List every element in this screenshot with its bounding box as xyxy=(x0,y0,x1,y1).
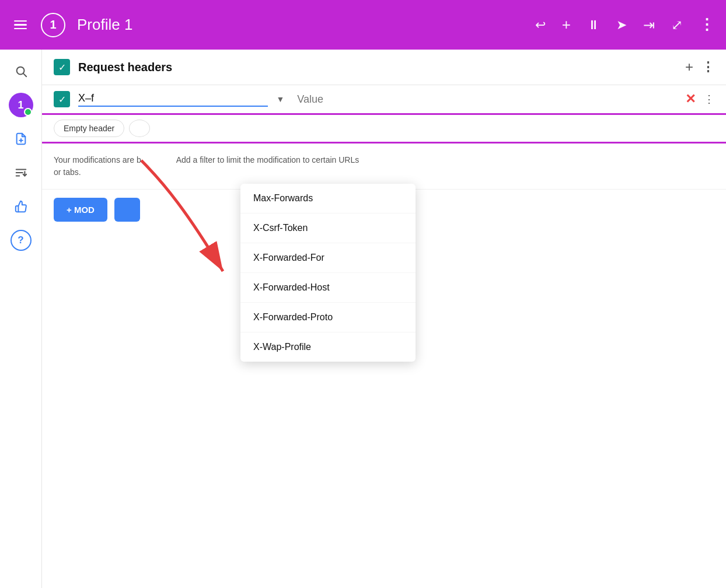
profile-badge: 1 xyxy=(41,13,65,37)
header-name-input[interactable] xyxy=(78,92,268,107)
add-doc-icon xyxy=(15,132,27,145)
row-checkbox[interactable]: ✓ xyxy=(54,91,70,107)
info-text-area: Your modifications are b or tabs. Add a … xyxy=(42,144,726,190)
dropdown-item-x-forwarded-proto[interactable]: X-Forwarded-Proto xyxy=(240,303,416,332)
signin-button[interactable]: ⇥ xyxy=(643,17,655,33)
section-header: ✓ Request headers + ⋮ xyxy=(42,50,726,85)
autocomplete-dropdown: Max-Forwards X-Csrf-Token X-Forwarded-Fo… xyxy=(240,184,416,362)
info-line: Your modifications are b or tabs. xyxy=(54,154,141,178)
section-actions: + ⋮ xyxy=(685,59,714,75)
undo-button[interactable]: ↩ xyxy=(535,18,546,33)
dropdown-item-x-wap-profile[interactable]: X-Wap-Profile xyxy=(240,332,416,362)
dropdown-arrow-icon[interactable]: ▼ xyxy=(276,94,284,104)
sidebar-item-sort[interactable] xyxy=(6,158,36,187)
add-header-button[interactable]: + xyxy=(685,59,693,75)
svg-line-1 xyxy=(23,74,26,76)
tab-row: Empty header xyxy=(42,115,726,144)
more-options-button[interactable]: ⋮ xyxy=(699,16,714,34)
expand-button[interactable]: ⤢ xyxy=(671,17,683,33)
active-indicator xyxy=(24,108,32,116)
sidebar-item-search[interactable] xyxy=(6,57,36,86)
section-checkbox[interactable]: ✓ xyxy=(54,59,70,75)
section-more-button[interactable]: ⋮ xyxy=(701,60,714,75)
sidebar-item-help[interactable]: ? xyxy=(6,226,36,255)
second-action-button[interactable] xyxy=(114,198,140,222)
search-icon xyxy=(15,65,27,78)
top-bar: 1 Profile 1 ↩ + ⏸ ➤ ⇥ ⤢ ⋮ xyxy=(0,0,726,50)
forward-button[interactable]: ➤ xyxy=(616,18,627,33)
sidebar-item-profile[interactable]: 1 xyxy=(6,90,36,120)
dropdown-item-x-forwarded-for[interactable]: X-Forwarded-For xyxy=(240,243,416,273)
help-circle: ? xyxy=(11,230,32,251)
remove-header-button[interactable]: ✕ xyxy=(685,92,696,107)
profile-title: Profile 1 xyxy=(77,16,523,34)
thumbsup-icon xyxy=(15,200,27,213)
header-row: ✓ ▼ ✕ ⋮ xyxy=(42,85,726,115)
dropdown-item-x-forwarded-host[interactable]: X-Forwarded-Host xyxy=(240,273,416,303)
content-area: ✓ Request headers + ⋮ ✓ ▼ ✕ ⋮ Empty head… xyxy=(42,50,726,588)
row-more-button[interactable]: ⋮ xyxy=(704,93,714,106)
add-button[interactable]: + xyxy=(562,16,571,34)
add-mod-button[interactable]: + MOD xyxy=(54,198,107,222)
second-tab[interactable] xyxy=(129,120,150,137)
hamburger-button[interactable] xyxy=(12,18,29,32)
section-title: Request headers xyxy=(78,61,677,74)
main-layout: 1 ? ✓ Request headers xyxy=(0,50,726,588)
sidebar-item-add-doc[interactable] xyxy=(6,124,36,153)
top-bar-actions: ↩ + ⏸ ➤ ⇥ ⤢ ⋮ xyxy=(535,16,714,34)
dropdown-item-x-csrf-token[interactable]: X-Csrf-Token xyxy=(240,214,416,243)
sidebar: 1 ? xyxy=(0,50,42,588)
dropdown-item-max-forwards[interactable]: Max-Forwards xyxy=(240,184,416,214)
sort-icon xyxy=(15,166,27,179)
pause-button[interactable]: ⏸ xyxy=(587,18,600,33)
empty-header-tab[interactable]: Empty header xyxy=(54,120,124,137)
sidebar-item-thumbsup[interactable] xyxy=(6,192,36,221)
header-value-input[interactable] xyxy=(292,93,677,106)
filter-text: Add a filter to limit the modification t… xyxy=(176,154,359,178)
